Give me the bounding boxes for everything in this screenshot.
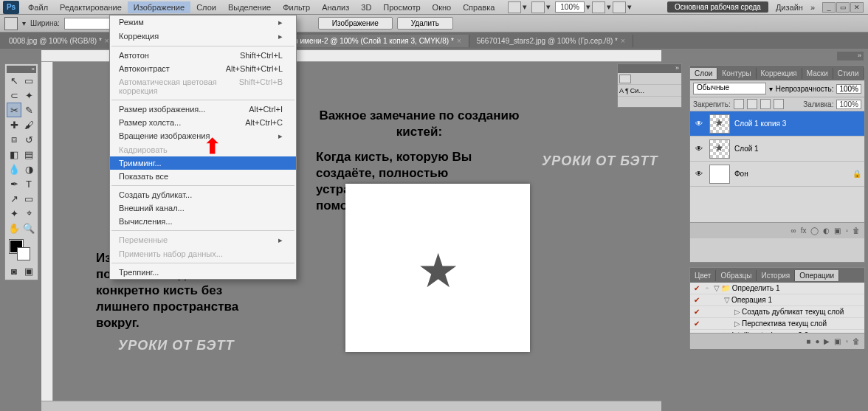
- delete-button[interactable]: Удалить: [397, 17, 453, 30]
- check-icon[interactable]: ✔: [692, 331, 702, 333]
- link-layers-icon[interactable]: ∞: [791, 227, 796, 235]
- horizontal-scrollbar[interactable]: [41, 401, 661, 411]
- hand-tool-icon[interactable]: ✋: [7, 221, 21, 235]
- minibridge-icon[interactable]: [619, 75, 631, 83]
- record-icon[interactable]: ●: [815, 337, 819, 345]
- menu-item[interactable]: Тримминг...: [110, 156, 296, 170]
- lock-transparency-icon[interactable]: [734, 99, 744, 109]
- menu-справка[interactable]: Справка: [457, 1, 500, 13]
- delete-layer-icon[interactable]: 🗑: [852, 227, 860, 235]
- panel-tab[interactable]: Операции: [795, 270, 839, 281]
- layer-thumbnail[interactable]: [709, 165, 730, 184]
- toolbox-collapse-icon[interactable]: »: [7, 66, 36, 73]
- window-minimize-icon[interactable]: _: [822, 2, 836, 13]
- eraser-tool-icon[interactable]: ◧: [7, 147, 21, 162]
- pen-tool-icon[interactable]: ✒: [7, 176, 21, 191]
- lock-all-icon[interactable]: [774, 99, 784, 109]
- panel-tab[interactable]: История: [757, 270, 795, 281]
- window-close-icon[interactable]: ✕: [850, 2, 864, 13]
- disclosure-icon[interactable]: ▷: [714, 331, 720, 333]
- menu-фильтр[interactable]: Фильтр: [277, 1, 316, 13]
- blend-mode-select[interactable]: Обычные: [693, 83, 766, 94]
- stamp-tool-icon[interactable]: ⧈: [7, 132, 21, 147]
- layer-mask-icon[interactable]: ◯: [810, 227, 819, 235]
- eyedropper-tool-icon[interactable]: ✎: [21, 103, 36, 117]
- menu-item[interactable]: Коррекция▸: [110, 30, 296, 44]
- new-action-icon[interactable]: ▫: [845, 337, 848, 345]
- panel-tab[interactable]: Контуры: [717, 68, 756, 79]
- menu-окно[interactable]: Окно: [427, 1, 458, 13]
- new-layer-icon[interactable]: ▫: [845, 227, 848, 235]
- tab-close-icon[interactable]: ×: [105, 37, 109, 45]
- panel-tab[interactable]: Каналы: [864, 68, 868, 79]
- menu-item[interactable]: АвтотонShift+Ctrl+L: [110, 49, 296, 62]
- extras-icon[interactable]: [613, 1, 626, 13]
- adjustment-layer-icon[interactable]: ◐: [823, 227, 830, 235]
- check-icon[interactable]: ✔: [692, 308, 702, 316]
- gradient-tool-icon[interactable]: ▤: [21, 147, 36, 162]
- disclosure-icon[interactable]: ▽: [714, 284, 720, 292]
- layer-row[interactable]: 👁Фон🔒: [690, 162, 864, 187]
- color-swatches[interactable]: [7, 238, 36, 263]
- rail-collapse-icon[interactable]: »: [837, 52, 864, 61]
- chevrons-icon[interactable]: »: [810, 3, 815, 12]
- panel-tab[interactable]: Цвет: [690, 270, 716, 281]
- paragraph-panel-icon[interactable]: ¶: [625, 87, 629, 94]
- action-row[interactable]: ✔▫▽📁 Определить 1: [690, 283, 864, 294]
- menu-слои[interactable]: Слои: [190, 1, 222, 13]
- canvas[interactable]: ★: [345, 184, 530, 352]
- crop-tool-icon[interactable]: ✂: [7, 103, 21, 117]
- menu-item[interactable]: Размер изображения...Alt+Ctrl+I: [110, 103, 296, 116]
- visibility-icon[interactable]: 👁: [693, 145, 705, 153]
- zoom-value[interactable]: 100%: [555, 1, 585, 13]
- move-tool-icon[interactable]: ↖: [7, 73, 21, 88]
- stop-icon[interactable]: ■: [806, 337, 810, 345]
- disclosure-icon[interactable]: ▽: [724, 296, 730, 304]
- menu-item[interactable]: Треппинг...: [110, 266, 296, 279]
- lock-pixels-icon[interactable]: [747, 99, 757, 109]
- image-button[interactable]: Изображение: [318, 17, 393, 30]
- wand-tool-icon[interactable]: ✦: [21, 88, 36, 103]
- dodge-tool-icon[interactable]: ◑: [21, 162, 36, 176]
- menu-изображение[interactable]: Изображение: [128, 1, 190, 13]
- quickmask-icon[interactable]: ◙: [7, 263, 21, 278]
- window-restore-icon[interactable]: ▭: [836, 2, 850, 13]
- new-set-icon[interactable]: ▣: [834, 337, 841, 345]
- character-panel-icon[interactable]: A: [619, 87, 624, 94]
- visibility-icon[interactable]: 👁: [693, 170, 705, 178]
- menu-выделение[interactable]: Выделение: [222, 1, 277, 13]
- shape-tool-icon[interactable]: ▭: [21, 191, 36, 206]
- layer-group-icon[interactable]: ▣: [834, 227, 841, 235]
- history-brush-icon[interactable]: ↺: [21, 132, 36, 147]
- check-icon[interactable]: ✔: [692, 320, 702, 328]
- 3d-tool-icon[interactable]: ✦: [7, 206, 21, 221]
- menu-item[interactable]: Вращение изображения▸: [110, 129, 296, 143]
- menu-3d[interactable]: 3D: [355, 1, 377, 13]
- screenmode-icon[interactable]: ▣: [21, 263, 36, 278]
- crop-tool-icon[interactable]: [4, 17, 18, 30]
- check-icon[interactable]: ✔: [692, 284, 702, 292]
- document-tab[interactable]: Без имени-2 @ 100% (Слой 1 копия 3, CMYK…: [278, 35, 469, 47]
- menu-item[interactable]: Вычисления...: [110, 215, 296, 228]
- visibility-icon[interactable]: 👁: [693, 120, 705, 128]
- layer-row[interactable]: 👁Слой 1 копия 3: [690, 111, 864, 137]
- panel-tab[interactable]: Коррекция: [757, 68, 802, 79]
- healing-tool-icon[interactable]: ✚: [7, 117, 21, 132]
- type-tool-icon[interactable]: T: [21, 176, 36, 191]
- menu-item[interactable]: Размер холста...Alt+Ctrl+C: [110, 116, 296, 129]
- dock-collapse-icon[interactable]: »: [618, 64, 681, 73]
- design-label[interactable]: Дизайн: [776, 3, 803, 12]
- panel-tab[interactable]: Слои: [690, 68, 717, 79]
- menu-просмотр[interactable]: Просмотр: [377, 1, 426, 13]
- menu-файл[interactable]: Файл: [22, 1, 54, 13]
- layer-thumbnail[interactable]: [709, 114, 730, 134]
- action-row[interactable]: ✔▷Создать дубликат текущ слой: [690, 306, 864, 318]
- opacity-value[interactable]: 100%: [836, 84, 861, 94]
- action-row[interactable]: ✔▽Операция 1: [690, 294, 864, 306]
- marquee-tool-icon[interactable]: ▭: [21, 73, 36, 88]
- panel-tab[interactable]: Стили: [833, 68, 864, 79]
- disclosure-icon[interactable]: ▷: [734, 320, 740, 328]
- tab-close-icon[interactable]: ×: [457, 37, 461, 45]
- layout-icon[interactable]: [508, 1, 521, 13]
- dialog-toggle-icon[interactable]: ▫: [702, 284, 712, 292]
